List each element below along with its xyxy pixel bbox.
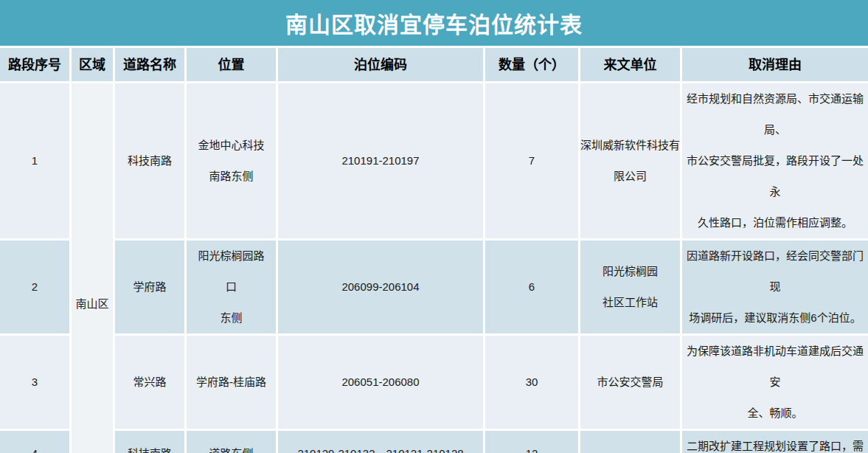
seq-cell: 4 xyxy=(0,429,72,453)
region-cell: 南山区 xyxy=(72,81,115,453)
seq-cell: 3 xyxy=(0,333,72,429)
qty-cell: 6 xyxy=(485,238,580,333)
road-cell: 科技南路 xyxy=(115,81,187,238)
codes-cell: 206051-206080 xyxy=(278,333,485,429)
title-bar: 南山区取消宜停车泊位统计表 xyxy=(0,0,868,46)
seq-cell: 1 xyxy=(0,81,72,238)
seq-cell: 2 xyxy=(0,238,72,333)
codes-cell: 210129-210132、210121-210128 xyxy=(278,429,485,453)
header-region: 区域 xyxy=(72,46,115,81)
reason-cell: 为保障该道路非机动车道建成后交通安 全、畅顺。 xyxy=(682,333,868,429)
header-unit: 来文单位 xyxy=(580,46,682,81)
unit-cell: 市公安交警局 xyxy=(580,333,682,429)
road-cell: 科技南路 xyxy=(115,429,187,453)
unit-cell: 深圳威新软件科技有 限公司 xyxy=(580,81,682,238)
header-qty: 数量（个） xyxy=(485,46,580,81)
codes-cell: 210191-210197 xyxy=(278,81,485,238)
reason-cell: 经市规划和自然资源局、市交通运输局、 市公安交警局批复，路段开设了一处永 久性路… xyxy=(682,81,868,238)
location-cell: 金地中心科技 南路东侧 xyxy=(187,81,278,238)
statistics-table: 路段序号 区域 道路名称 位置 泊位编码 数量（个） 来文单位 取消理由 1 南… xyxy=(0,46,868,453)
header-road: 道路名称 xyxy=(115,46,187,81)
qty-cell: 12 xyxy=(485,429,580,453)
table-row: 1 南山区 科技南路 金地中心科技 南路东侧 210191-210197 7 深… xyxy=(0,81,868,238)
header-location: 位置 xyxy=(187,46,278,81)
road-cell: 常兴路 xyxy=(115,333,187,429)
header-reason: 取消理由 xyxy=(682,46,868,81)
location-cell: 道路东侧 xyxy=(187,429,278,453)
table-row: 4 科技南路 道路东侧 210129-210132、210121-210128 … xyxy=(0,429,868,453)
qty-cell: 7 xyxy=(485,81,580,238)
location-cell: 阳光棕榈园路 口 东侧 xyxy=(187,238,278,333)
location-cell: 学府路-桂庙路 xyxy=(187,333,278,429)
codes-cell: 206099-206104 xyxy=(278,238,485,333)
reason-cell: 因道路新开设路口，经会同交警部门现 场调研后，建议取消东侧6个泊位。 xyxy=(682,238,868,333)
header-codes: 泊位编码 xyxy=(278,46,485,81)
header-seq: 路段序号 xyxy=(0,46,72,81)
page-title: 南山区取消宜停车泊位统计表 xyxy=(285,7,583,39)
road-cell: 学府路 xyxy=(115,238,187,333)
table-row: 2 学府路 阳光棕榈园路 口 东侧 206099-206104 6 阳光棕榈园 … xyxy=(0,238,868,333)
page: 南山区取消宜停车泊位统计表 路段序号 区域 道路名称 位置 泊位编码 数量（个）… xyxy=(0,0,868,453)
reason-cell: 二期改扩建工程规划设置了路口，需对 泊位作相应调整。 xyxy=(682,429,868,453)
unit-cell: 阳光棕榈园 社区工作站 xyxy=(580,238,682,333)
table-row: 3 常兴路 学府路-桂庙路 206051-206080 30 市公安交警局 为保… xyxy=(0,333,868,429)
unit-cell: 南山区建筑工务署 xyxy=(580,429,682,453)
header-row: 路段序号 区域 道路名称 位置 泊位编码 数量（个） 来文单位 取消理由 xyxy=(0,46,868,81)
qty-cell: 30 xyxy=(485,333,580,429)
